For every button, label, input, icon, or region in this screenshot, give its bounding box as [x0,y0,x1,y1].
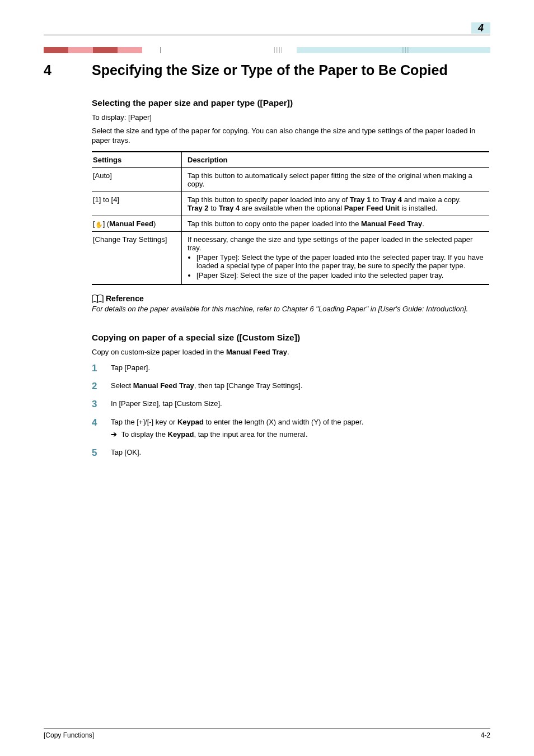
section1-intro: Select the size and type of the paper fo… [92,126,490,146]
page-footer: [Copy Functions] 4-2 [44,729,490,739]
step-item: Select Manual Feed Tray, then tap [Chang… [92,381,490,391]
table-cell-setting: [Change Tray Settings] [92,231,182,284]
chapter-corner-indicator: 4 [471,22,490,34]
footer-right: 4-2 [481,731,490,739]
list-item: [Paper Size]: Select the size of the pap… [196,271,485,279]
table-row: [✋] (Manual Feed) Tap this button to cop… [92,216,489,231]
settings-table: Settings Description [Auto] Tap this but… [92,151,489,285]
reference-text: For details on the paper available for t… [92,304,490,314]
substep: ➔ To display the Keypad, tap the input a… [111,430,490,440]
arrow-icon: ➔ [111,430,117,438]
hand-icon: ✋ [95,222,103,228]
book-icon [92,294,104,303]
table-row: [1] to [4] Tap this button to specify pa… [92,192,489,216]
table-head-description: Description [182,152,490,168]
chapter-number: 4 [44,62,92,79]
table-cell-desc: Tap this button to copy onto the paper l… [182,216,490,231]
table-head-settings: Settings [92,152,182,168]
section2-intro: Copy on custom-size paper loaded in the … [92,347,490,357]
table-cell-desc: Tap this button to automatically select … [182,167,490,192]
step-item: Tap the [+]/[-] key or Keypad to enter t… [92,417,490,440]
step-item: Tap [Paper]. [92,363,490,373]
chapter-heading: 4 Specifying the Size or Type of the Pap… [44,62,490,79]
section-heading-customsize: Copying on paper of a special size ([Cus… [92,333,490,343]
footer-left: [Copy Functions] [44,731,94,739]
table-cell-desc: Tap this button to specify paper loaded … [182,192,490,216]
table-row: [Change Tray Settings] If necessary, cha… [92,231,489,284]
table-cell-setting: [1] to [4] [92,192,182,216]
chapter-title: Specifying the Size or Type of the Paper… [92,62,490,79]
decor-bar [0,47,534,53]
display-path: To display: [Paper] [92,113,490,123]
table-cell-desc: If necessary, change the size and type s… [182,231,490,284]
table-cell-setting: [✋] (Manual Feed) [92,216,182,231]
header-rule [44,35,490,35]
list-item: [Paper Type]: Select the type of the pap… [196,253,485,270]
chapter-number-top: 4 [478,22,484,34]
table-row: [Auto] Tap this button to automatically … [92,167,489,192]
step-item: In [Paper Size], tap [Custom Size]. [92,399,490,409]
steps-list: Tap [Paper]. Select Manual Feed Tray, th… [92,363,490,458]
table-cell-setting: [Auto] [92,167,182,192]
section-heading-paper: Selecting the paper size and paper type … [92,98,490,108]
step-item: Tap [OK]. [92,447,490,458]
reference-label: Reference [92,294,490,303]
